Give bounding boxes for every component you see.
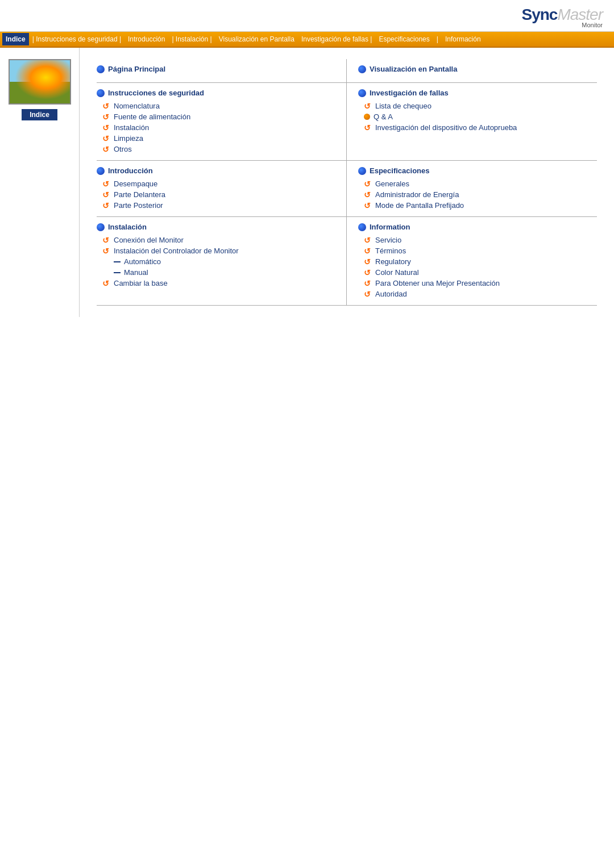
circle-icon	[97, 89, 105, 97]
nav-informacion[interactable]: Información	[442, 33, 484, 45]
nav-instalacion[interactable]: | Instalación |	[168, 33, 215, 45]
arrow-icon: ↺	[102, 124, 110, 132]
item-label: Lista de chequeo	[375, 102, 432, 110]
arrow-icon: ↺	[102, 247, 110, 255]
section-label: Information	[370, 223, 410, 231]
header: SyncMaster Monitor	[0, 0, 614, 32]
item-label: Color Natural	[375, 268, 419, 277]
section-title-information[interactable]: Information	[358, 223, 591, 231]
item-label: Desempaque	[114, 180, 157, 188]
section-instrucciones: Instrucciones de seguridad ↺ Nomenclatur…	[97, 83, 347, 161]
item-admin-energia[interactable]: ↺ Administrador de Energía	[364, 189, 591, 200]
sidebar-label: Indice	[22, 109, 57, 120]
item-nomenclatura[interactable]: ↺ Nomenclatura	[102, 101, 335, 111]
sidebar: Indice	[0, 48, 80, 317]
item-regulatory[interactable]: ↺ Regulatory	[364, 256, 591, 267]
item-color-natural[interactable]: ↺ Color Natural	[364, 267, 591, 278]
section-label: Introducción	[108, 166, 153, 175]
circle-icon	[97, 65, 105, 73]
arrow-icon: ↺	[102, 236, 110, 244]
item-label: Mode de Pantalla Prefijado	[375, 201, 464, 210]
item-parte-delantera[interactable]: ↺ Parte Delantera	[102, 189, 335, 200]
brand: SyncMaster Monitor	[521, 6, 603, 28]
item-terminos[interactable]: ↺ Términos	[364, 245, 591, 256]
section-title-introduccion[interactable]: Introducción	[97, 166, 335, 175]
sidebar-image	[9, 59, 71, 105]
item-mejor-presentacion[interactable]: ↺ Para Obtener una Mejor Presentación	[364, 278, 591, 289]
item-label: Limpieza	[114, 134, 143, 143]
item-instalacion-controlador[interactable]: ↺ Instalación del Controlador de Monitor	[102, 245, 335, 256]
section-pagina-principal: Página Principal	[97, 59, 347, 83]
section-title-especificaciones[interactable]: Especificaciones	[358, 166, 591, 175]
item-instalacion-seg[interactable]: ↺ Instalación	[102, 122, 335, 133]
section-instalacion: Instalación ↺ Conexión del Monitor ↺ Ins…	[97, 217, 347, 306]
arrow-icon: ↺	[364, 102, 372, 110]
nav-investigacion[interactable]: Investigación de fallas |	[298, 33, 376, 45]
item-label: Fuente de alimentación	[114, 112, 190, 121]
item-automatico[interactable]: Automático	[113, 256, 335, 267]
nav-sep: |	[433, 33, 442, 45]
nav-especificaciones[interactable]: Especificaciones	[375, 33, 433, 45]
item-generales[interactable]: ↺ Generales	[364, 178, 591, 189]
section-visualizacion: Visualización en Pantalla	[347, 59, 597, 83]
section-title-visualizacion[interactable]: Visualización en Pantalla	[358, 65, 591, 73]
section-label: Instrucciones de seguridad	[108, 89, 204, 97]
item-manual[interactable]: Manual	[113, 267, 335, 278]
item-label: Para Obtener una Mejor Presentación	[375, 279, 500, 287]
item-cambiar-base[interactable]: ↺ Cambiar la base	[102, 278, 335, 289]
item-mode-pantalla[interactable]: ↺ Mode de Pantalla Prefijado	[364, 200, 591, 211]
item-otros[interactable]: ↺ Otros	[102, 144, 335, 155]
section-title-pagina-principal[interactable]: Página Principal	[97, 65, 335, 73]
circle-small-icon	[364, 114, 370, 120]
item-fuente[interactable]: ↺ Fuente de alimentación	[102, 111, 335, 122]
arrow-icon: ↺	[364, 258, 372, 266]
item-label: Parte Posterior	[114, 201, 163, 210]
item-label: Términos	[375, 247, 406, 255]
item-label: Manual	[124, 268, 148, 277]
section-title-investigacion[interactable]: Investigación de fallas	[358, 89, 591, 97]
item-servicio[interactable]: ↺ Servicio	[364, 235, 591, 245]
item-label: Autoridad	[375, 290, 407, 298]
arrow-icon: ↺	[102, 113, 110, 121]
item-desempaque[interactable]: ↺ Desempaque	[102, 178, 335, 189]
nav-indice[interactable]: Indice	[2, 33, 29, 45]
item-conexion-monitor[interactable]: ↺ Conexión del Monitor	[102, 235, 335, 245]
toc-grid: Página Principal Visualización en Pantal…	[97, 59, 597, 306]
nav-introduccion[interactable]: Introducción	[125, 33, 168, 45]
arrow-icon: ↺	[364, 202, 372, 210]
item-label: Conexión del Monitor	[114, 236, 184, 244]
section-investigacion: Investigación de fallas ↺ Lista de chequ…	[347, 83, 597, 161]
circle-icon	[358, 223, 366, 231]
section-label: Visualización en Pantalla	[370, 65, 457, 73]
section-title-instrucciones[interactable]: Instrucciones de seguridad	[97, 89, 335, 97]
circle-icon	[97, 223, 105, 231]
section-title-instalacion[interactable]: Instalación	[97, 223, 335, 231]
item-label: Automático	[124, 257, 161, 266]
arrow-icon: ↺	[102, 145, 110, 153]
item-label: Servicio	[375, 236, 401, 244]
arrow-icon: ↺	[364, 269, 372, 277]
item-parte-posterior[interactable]: ↺ Parte Posterior	[102, 200, 335, 211]
item-qanda[interactable]: Q & A	[364, 111, 591, 122]
nav-visualizacion[interactable]: Visualización en Pantalla	[215, 33, 298, 45]
item-label: Otros	[114, 145, 132, 153]
section-label: Investigación de fallas	[370, 89, 449, 97]
item-label: Instalación del Controlador de Monitor	[114, 247, 239, 255]
item-label: Regulatory	[375, 257, 411, 266]
nav-instrucciones[interactable]: | Instrucciones de seguridad |	[29, 33, 125, 45]
section-label: Instalación	[108, 223, 147, 231]
arrow-icon: ↺	[102, 180, 110, 188]
sidebar-image-inner	[10, 60, 70, 103]
navbar: Indice | Instrucciones de seguridad | In…	[0, 32, 614, 48]
dash-icon	[114, 261, 121, 262]
item-limpieza[interactable]: ↺ Limpieza	[102, 133, 335, 144]
item-autoridad[interactable]: ↺ Autoridad	[364, 289, 591, 299]
section-label: Especificaciones	[370, 166, 430, 175]
circle-icon	[358, 167, 366, 175]
item-label: Investigación del dispositivo de Autopru…	[375, 123, 517, 132]
item-label: Generales	[375, 180, 409, 188]
item-autoprueba[interactable]: ↺ Investigación del dispositivo de Autop…	[364, 122, 591, 133]
arrow-icon: ↺	[364, 247, 372, 255]
item-lista-chequeo[interactable]: ↺ Lista de chequeo	[364, 101, 591, 111]
arrow-icon: ↺	[102, 202, 110, 210]
